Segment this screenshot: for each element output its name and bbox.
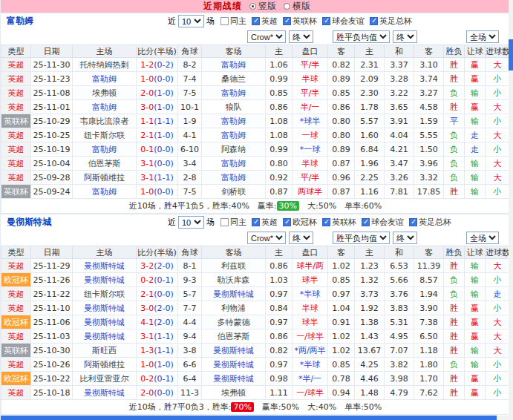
checkbox-icon[interactable] bbox=[283, 17, 291, 25]
cell-home-team[interactable]: 富勒姆 bbox=[73, 142, 137, 157]
league-filter-checkbox[interactable]: 英足总杯 bbox=[409, 217, 451, 228]
odds-company-select[interactable]: Crow* bbox=[247, 232, 286, 244]
league-filter-checkbox[interactable]: 英联杯 bbox=[283, 16, 317, 27]
cell-home-team[interactable]: 比利亚雷亚尔 bbox=[73, 372, 137, 386]
cell-away-team[interactable]: 富勒姆 bbox=[202, 114, 266, 128]
cell-away-team[interactable]: 伯恩茅斯 bbox=[202, 329, 266, 344]
league-filter-checkbox[interactable]: 英超 bbox=[252, 16, 278, 27]
cell-home-team[interactable]: 曼彻斯特城 bbox=[73, 301, 137, 315]
cell-home-team[interactable]: 韦康比流浪者 bbox=[73, 114, 137, 128]
cell-home-team[interactable]: 阿斯顿维拉 bbox=[73, 171, 137, 185]
horizontal-scrollbar[interactable] bbox=[1, 416, 509, 420]
cell-home-team[interactable]: 纽卡斯尔联 bbox=[73, 128, 137, 142]
league-filter-checkbox[interactable]: 英联杯 bbox=[322, 217, 356, 228]
cell-home-team[interactable]: 曼彻斯特城 bbox=[73, 386, 137, 400]
cell-corners: 2-8 bbox=[178, 171, 202, 185]
col-home: 主场 bbox=[73, 45, 137, 58]
scope-select[interactable]: 全场 bbox=[466, 30, 499, 43]
cell-home-team[interactable]: 富勒姆 bbox=[73, 185, 137, 199]
avg-odds-select[interactable]: 胜平负均值 bbox=[333, 30, 390, 43]
cell-home-team[interactable]: 纽卡斯尔联 bbox=[73, 287, 137, 301]
cell-date: 25-11-10 bbox=[31, 301, 73, 315]
table-row: 英超 25-11-29 曼彻斯特城 3-2(2-0) 8-1 利兹联 0.86 … bbox=[1, 259, 510, 273]
cell-away-team[interactable]: 阿森纳 bbox=[202, 142, 266, 157]
cell-away-team[interactable]: 桑德兰 bbox=[202, 72, 266, 86]
cell-away-team[interactable]: 曼彻斯特城 bbox=[202, 372, 266, 386]
cell-home-team[interactable]: 曼彻斯特城 bbox=[73, 315, 137, 329]
cell-corners: 11-3 bbox=[178, 386, 202, 400]
cell-home-team[interactable]: 富勒姆 bbox=[73, 100, 137, 114]
checkbox-icon[interactable] bbox=[409, 218, 417, 226]
cell-away-team[interactable]: 狼队 bbox=[202, 100, 266, 114]
league-filter-checkbox[interactable]: 英足总杯 bbox=[370, 16, 412, 27]
cell-away-team[interactable]: 富勒姆 bbox=[202, 171, 266, 185]
cell-home-team[interactable]: 曼彻斯特城 bbox=[73, 329, 137, 344]
scope-select[interactable]: 全场 bbox=[466, 232, 499, 244]
cell-away-team[interactable]: 多特蒙德 bbox=[202, 315, 266, 329]
cell-home-team[interactable]: 伯恩茅斯 bbox=[73, 157, 137, 171]
team-name[interactable]: 富勒姆 bbox=[1, 15, 168, 27]
avg-time-select[interactable]: 终 bbox=[393, 30, 417, 43]
league-filter-checkbox[interactable]: 英超 bbox=[252, 217, 278, 228]
radio-icon[interactable] bbox=[249, 3, 256, 10]
cell-home-team[interactable]: 斯旺西 bbox=[73, 344, 137, 358]
cell-home-team[interactable]: 曼彻斯特城 bbox=[73, 273, 137, 287]
cell-away-team[interactable]: 剑桥联 bbox=[202, 185, 266, 199]
checkbox-icon[interactable] bbox=[322, 17, 330, 25]
checkbox-icon[interactable] bbox=[252, 17, 260, 25]
col-date: 日期 bbox=[31, 45, 73, 58]
view-option-vertical[interactable]: 竖版 bbox=[249, 0, 276, 13]
cell-home-team[interactable]: 托特纳姆热刺 bbox=[73, 58, 137, 72]
horizontal-scrollbar-thumb[interactable] bbox=[1, 416, 497, 420]
league-filter-checkbox[interactable]: 同主 bbox=[220, 217, 246, 228]
cell-away-team[interactable]: 勒沃库森 bbox=[202, 273, 266, 287]
recent-games-filter: 近 10 场 bbox=[168, 15, 215, 27]
team-name[interactable]: 曼彻斯特城 bbox=[1, 216, 168, 229]
cell-home-team[interactable]: 富勒姆 bbox=[73, 72, 137, 86]
cell-home-team[interactable]: 阿斯顿维拉 bbox=[73, 358, 137, 372]
cell-result: 胜 bbox=[444, 185, 465, 199]
col-odds-away: 客 bbox=[328, 45, 355, 58]
cell-away-team[interactable]: 曼彻斯特城 bbox=[202, 358, 266, 372]
cell-home-team[interactable]: 埃弗顿 bbox=[73, 86, 137, 100]
cell-type: 英联杯 bbox=[1, 114, 31, 128]
odds-time-select[interactable]: 终 bbox=[289, 232, 313, 244]
avg-time-select[interactable]: 终 bbox=[393, 232, 417, 244]
cell-away-team[interactable]: 富勒姆 bbox=[202, 86, 266, 100]
vertical-scrollbar[interactable] bbox=[509, 0, 513, 420]
near-label: 近 bbox=[168, 217, 176, 228]
odds-time-select[interactable]: 终 bbox=[289, 30, 313, 43]
checkbox-icon[interactable] bbox=[362, 218, 370, 226]
checkbox-icon[interactable] bbox=[322, 218, 330, 226]
odds-company-select[interactable]: Crow* bbox=[247, 30, 286, 43]
view-option-horizontal[interactable]: 横版 bbox=[284, 0, 310, 13]
cell-away-team[interactable]: 曼彻斯特城 bbox=[202, 344, 266, 358]
cell-away-team[interactable]: 曼彻斯特城 bbox=[202, 287, 266, 301]
checkbox-icon[interactable] bbox=[220, 17, 229, 25]
cell-home-team[interactable]: 曼彻斯特城 bbox=[73, 259, 137, 273]
league-filter-checkbox[interactable]: 欧冠杯 bbox=[283, 217, 317, 228]
league-filter-checkbox[interactable]: 球会友谊 bbox=[322, 16, 365, 27]
vertical-scrollbar-thumb[interactable] bbox=[509, 39, 513, 70]
cell-away-team[interactable]: 埃弗顿 bbox=[202, 386, 266, 400]
checkbox-icon[interactable] bbox=[283, 218, 291, 226]
recent-games-select[interactable]: 10 bbox=[178, 15, 204, 27]
league-filter-checkbox[interactable]: 同主 bbox=[220, 16, 246, 27]
radio-icon[interactable] bbox=[284, 3, 290, 10]
cell-avg-home: 1.38 bbox=[355, 315, 385, 329]
recent-games-select[interactable]: 10 bbox=[178, 216, 204, 229]
cell-away-team[interactable]: 富勒姆 bbox=[202, 58, 266, 72]
cell-avg-away: 1.59 bbox=[414, 114, 444, 128]
league-filter-checkbox[interactable]: 球会友谊 bbox=[362, 217, 404, 228]
cell-away-team[interactable]: 富勒姆 bbox=[202, 128, 266, 142]
cell-away-team[interactable]: 利兹联 bbox=[202, 259, 266, 273]
checkbox-label: 英联杯 bbox=[332, 217, 356, 228]
cell-avg-draw: 3.37 bbox=[385, 58, 414, 72]
cell-goals-result: 大 bbox=[486, 128, 510, 142]
avg-odds-select[interactable]: 胜平负均值 bbox=[333, 232, 390, 244]
checkbox-icon[interactable] bbox=[370, 17, 378, 25]
cell-away-team[interactable]: 富勒姆 bbox=[202, 157, 266, 171]
cell-away-team[interactable]: 利物浦 bbox=[202, 301, 266, 315]
checkbox-icon[interactable] bbox=[220, 218, 229, 226]
checkbox-icon[interactable] bbox=[252, 218, 260, 226]
